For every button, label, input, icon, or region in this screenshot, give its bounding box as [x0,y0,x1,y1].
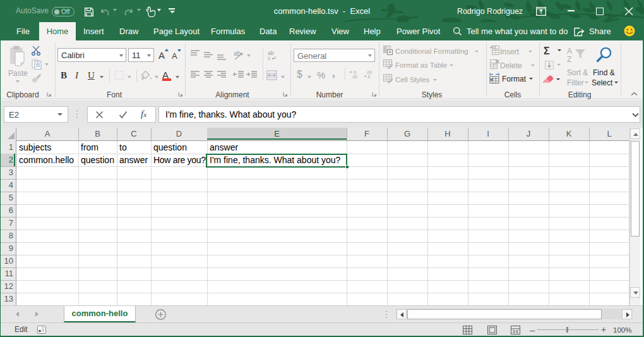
svg-text:A: A [567,47,572,56]
svg-text:.00: .00 [352,75,357,79]
svg-text:.0: .0 [367,75,371,79]
svg-text:ab: ab [234,50,241,57]
svg-text:Z: Z [567,55,571,64]
svg-text:c: c [268,55,271,61]
